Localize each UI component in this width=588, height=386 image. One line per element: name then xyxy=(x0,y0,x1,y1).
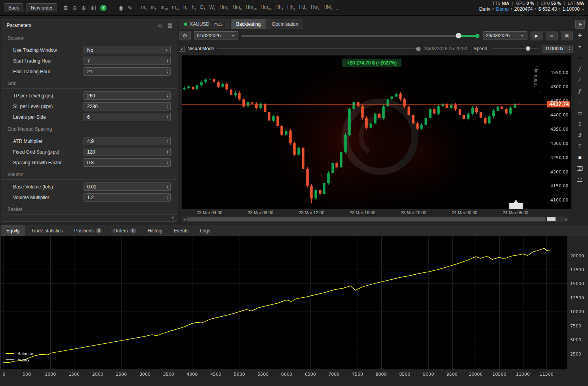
color-swatch-icon[interactable]: ■ xyxy=(575,153,585,162)
save-button[interactable]: ▣ xyxy=(561,31,573,40)
speed-slider[interactable] xyxy=(492,48,539,49)
replay-progress-handle[interactable] xyxy=(416,47,421,51)
settings-gear-icon[interactable]: ⚙ xyxy=(179,31,191,40)
chart-edit-icon[interactable]: ✎ xyxy=(128,5,133,11)
parameter-spinner[interactable]: 7▴▾ xyxy=(84,57,171,65)
timeframe-hh4[interactable]: Hh4 xyxy=(287,4,295,11)
zoom-out-icon[interactable]: ⊖ xyxy=(72,5,77,11)
grid-dots-icon[interactable]: ∷ xyxy=(575,97,585,106)
account-info[interactable]: Deriv•Demo•2020474•$ 632.43•1:10000▾ xyxy=(479,6,584,12)
parameter-spinner[interactable]: 120▴▾ xyxy=(84,148,171,156)
spinner-arrows-icon[interactable]: ▴▾ xyxy=(569,47,571,51)
timeframe-m15[interactable]: m15 xyxy=(160,4,168,11)
text-tool-icon[interactable]: T xyxy=(575,142,585,151)
spinner-arrows-icon[interactable]: ▴▾ xyxy=(167,196,169,200)
scroll-left-arrow-icon[interactable]: ◂ xyxy=(182,217,187,222)
tab-orders[interactable]: Orders0 xyxy=(108,225,142,236)
timeframe-hm1[interactable]: Hm1 xyxy=(219,4,228,11)
scroll-down-arrow-icon[interactable]: ▼ xyxy=(171,216,175,220)
spinner-arrows-icon[interactable]: ▴▾ xyxy=(167,185,169,189)
visual-mode-checkbox[interactable]: ✓ xyxy=(179,46,185,52)
timeframe-m5[interactable]: m5 xyxy=(151,4,156,11)
sort-order-tool-icon[interactable]: ⇵ xyxy=(575,131,585,140)
camera-icon[interactable] xyxy=(575,164,585,173)
stop-button[interactable]: ■ xyxy=(546,31,558,40)
volume-bars-icon[interactable]: ılıl xyxy=(90,5,96,11)
speed-slider-handle[interactable] xyxy=(526,46,530,51)
save-settings-icon[interactable]: ▦ xyxy=(167,22,172,28)
speed-spinner[interactable]: 100000x ▴▾ xyxy=(542,45,573,53)
parameter-spinner[interactable]: 2230▴▾ xyxy=(84,102,171,110)
tab-events[interactable]: Events xyxy=(168,225,194,236)
timeframe-h1[interactable]: h1 xyxy=(183,4,188,11)
more-timeframes-button[interactable]: ... xyxy=(336,5,340,11)
trendline-tool-icon[interactable]: ╱ xyxy=(575,64,585,73)
account-mode-link[interactable]: Demo xyxy=(496,6,509,12)
parameter-spinner[interactable]: 6▴▾ xyxy=(84,113,171,121)
eye-icon[interactable]: ◉ xyxy=(118,5,123,11)
ray-tool-icon[interactable]: ∕ xyxy=(575,75,585,84)
layers-icon[interactable]: ≡ xyxy=(111,5,114,11)
load-settings-icon[interactable]: ▭ xyxy=(158,22,162,28)
spinner-arrows-icon[interactable]: ▴▾ xyxy=(167,115,169,119)
tab-positions[interactable]: Positions0 xyxy=(69,225,108,236)
spinner-arrows-icon[interactable]: ▴▾ xyxy=(167,150,169,154)
equity-chart[interactable] xyxy=(0,236,588,386)
target-tool-icon[interactable]: ⌖ xyxy=(575,42,585,51)
from-date-select[interactable]: 01/02/2026 ▾ xyxy=(194,31,238,40)
cursor-tool-icon[interactable]: ➤ xyxy=(575,20,585,29)
timeframe-hm5[interactable]: Hm5 xyxy=(232,4,242,11)
parameter-select[interactable]: No▾ xyxy=(84,46,171,54)
chart-horizontal-scrollbar[interactable]: ◂ ▸ xyxy=(182,217,568,222)
tab-backtesting[interactable]: Backtesting xyxy=(231,19,266,29)
parameter-spinner[interactable]: 260▴▾ xyxy=(84,91,171,100)
timeframe-w1[interactable]: W1 xyxy=(209,4,216,11)
tab-trade-statistics[interactable]: Trade statistics xyxy=(25,225,69,236)
timeframe-hm30[interactable]: Hm30 xyxy=(261,4,272,11)
scrollbar-thumb[interactable] xyxy=(187,217,546,221)
parameter-spinner[interactable]: 4.9▴▾ xyxy=(84,137,171,145)
tab-symbol[interactable]: XAUUSD m15 xyxy=(179,19,230,29)
parameter-spinner[interactable]: 1.2▴▾ xyxy=(84,193,171,202)
parameter-spinner[interactable]: 0.8▴▾ xyxy=(84,158,171,167)
timeframe-hd1[interactable]: Hd1 xyxy=(299,4,307,11)
play-button[interactable]: ▶ xyxy=(531,31,542,40)
scroll-right-arrow-icon[interactable]: ▸ xyxy=(563,217,568,222)
horizontal-line-tool-icon[interactable]: ― xyxy=(575,53,585,62)
window-layout-icon[interactable]: ⊞ xyxy=(63,5,68,11)
timeframe-hh1[interactable]: Hh1 xyxy=(276,4,284,11)
date-range-slider[interactable] xyxy=(242,31,480,40)
spinner-arrows-icon[interactable]: ▴▾ xyxy=(167,105,169,108)
spinner-arrows-icon[interactable]: ▴▾ xyxy=(167,94,169,98)
to-date-select[interactable]: 23/03/2026 ▾ xyxy=(483,31,527,40)
timeframe-hm15[interactable]: Hm15 xyxy=(246,4,257,11)
spinner-arrows-icon[interactable]: ▴▾ xyxy=(167,139,169,143)
slider-end-handle[interactable] xyxy=(475,34,480,38)
timeframe-m30[interactable]: m30 xyxy=(172,4,179,11)
scrollbar-grip[interactable] xyxy=(547,217,556,221)
arrow-up-tool-icon[interactable]: ↥ xyxy=(575,120,585,129)
replay-progress-line[interactable] xyxy=(217,48,415,49)
tab-optimisation[interactable]: Optimisation xyxy=(266,19,303,29)
account-caret-icon[interactable]: ▾ xyxy=(582,7,584,11)
parameter-spinner[interactable]: 0.01▴▾ xyxy=(84,183,171,191)
rectangle-tool-icon[interactable]: ▭ xyxy=(575,108,585,118)
slider-track[interactable] xyxy=(242,35,478,37)
timeframe-h4[interactable]: h4 xyxy=(192,4,196,11)
timeframe-hm1[interactable]: HM1 xyxy=(323,4,333,11)
spinner-arrows-icon[interactable]: ▴▾ xyxy=(167,70,169,74)
new-order-button[interactable]: New order xyxy=(27,3,57,12)
timeframe-m1[interactable]: m1 xyxy=(141,4,147,11)
tab-equity[interactable]: Equity xyxy=(1,225,25,236)
candlestick-chart[interactable] xyxy=(182,55,571,209)
timeframe-d1[interactable]: D1 xyxy=(200,4,205,11)
channel-tool-icon[interactable]: ∥ xyxy=(575,86,585,95)
indicators-count-icon[interactable]: 7 xyxy=(100,5,107,11)
zoom-in-icon[interactable]: ⊕ xyxy=(82,5,86,11)
tab-history[interactable]: History xyxy=(142,225,168,236)
timeframe-hw1[interactable]: Hw1 xyxy=(311,4,320,11)
bell-icon[interactable] xyxy=(575,175,585,184)
parameter-spinner[interactable]: 21▴▾ xyxy=(84,67,171,76)
back-button[interactable]: Back xyxy=(4,3,23,12)
tab-logs[interactable]: Logs xyxy=(194,225,216,236)
